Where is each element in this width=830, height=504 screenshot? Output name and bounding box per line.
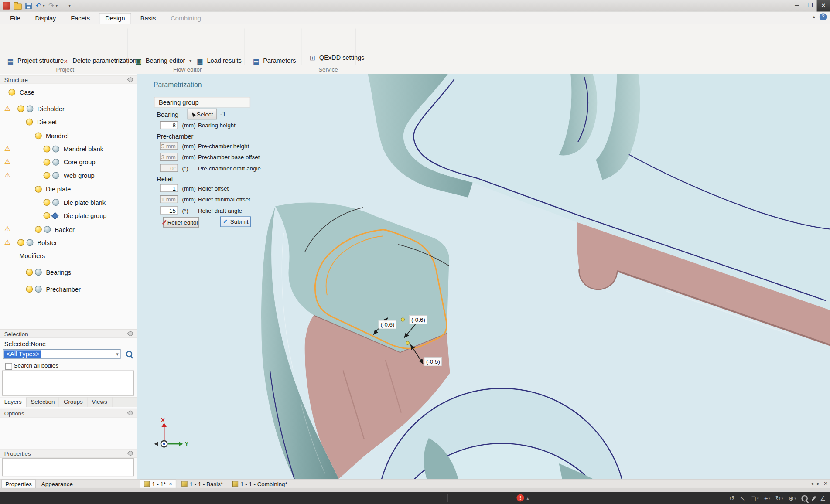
sketch-icon[interactable] [813,496,815,501]
help-icon[interactable]: ? [820,13,827,20]
pin-icon[interactable] [127,409,133,416]
pin-icon[interactable] [127,330,133,337]
undo-icon[interactable]: ↶ [35,0,41,12]
tree-item-bolster[interactable]: ⚠Bolster [0,238,137,248]
previous-view-icon[interactable]: ↺ [729,494,734,502]
tree-item-bearings[interactable]: Bearings [0,267,137,278]
panel-tab-groups[interactable]: Groups [59,397,87,407]
close-button[interactable]: ✕ [817,0,830,12]
menu-tab-basis[interactable]: Basis [134,13,161,24]
tree-item-mandrel-blank[interactable]: ⚠Mandrel blank [0,144,137,154]
magnifier-icon [802,495,808,501]
tree-item-die-plate-group[interactable]: Die plate group [0,211,137,221]
error-indicator-icon[interactable]: ! [516,494,524,502]
bearing-group-header: Bearing group [154,97,250,107]
ribbon-group-label-project: Project [56,66,74,73]
tree-item-prechamber[interactable]: Prechamber [0,284,137,295]
save-icon[interactable] [25,3,32,9]
measure-icon[interactable]: ∠ [820,494,826,502]
dimension-label: (-0.6) [379,320,397,329]
bearing-height-input[interactable]: 8 [160,121,178,129]
tree-item-case[interactable]: Case [0,87,137,98]
chevron-down-icon[interactable]: ▾ [781,496,783,501]
rotate-view-icon: ↻ [775,494,781,502]
submit-button[interactable]: ✓ Submit [220,216,251,227]
collapse-ribbon-icon[interactable]: ▴ [813,14,815,20]
error-expand-icon[interactable]: ▴ [527,496,529,501]
panel-tab-layers[interactable]: Layers [0,397,27,407]
project-structure-button[interactable]: ▦Project structure [4,55,66,67]
relief-editor-button[interactable]: Relief editor [163,217,199,228]
relief-draft-angle-input[interactable]: 15 [160,206,178,214]
document-tab-1-1-combining[interactable]: 1 - 1 - Combining* [228,480,291,489]
submit-label: Submit [230,218,249,225]
tree-item-core-group[interactable]: ⚠Core group [0,157,137,167]
qexdd-settings-button[interactable]: ⊞QExDD settings [306,52,366,64]
menu-tab-display[interactable]: Display [29,13,61,24]
document-tab-1-1[interactable]: 1 - 1*× [140,480,176,489]
chevron-down-icon[interactable]: ▾ [769,496,770,501]
search-all-bodies-checkbox[interactable] [5,363,12,370]
maximize-button[interactable]: ❐ [803,0,816,12]
divider [245,29,245,65]
menu-tab-file[interactable]: File [4,13,26,24]
pin-icon[interactable] [127,450,133,456]
tree-item-mandrel[interactable]: Mandrel [0,131,137,141]
relief-offset-input[interactable]: 1 [160,184,178,192]
dimension-label: (-0.5) [424,357,442,366]
menu-tab-facets[interactable]: Facets [65,13,96,24]
document-tab-1-1-basis[interactable]: 1 - 1 - Basis* [178,480,227,489]
tree-item-die-plate-blank[interactable]: Die plate blank [0,198,137,208]
magnifier-icon[interactable] [802,495,808,501]
left-tab-properties[interactable]: Properties [1,480,36,489]
menu-tab-design[interactable]: Design [99,13,131,24]
parameters-button[interactable]: ▤Parameters [250,55,298,67]
bulb-icon [44,159,51,166]
next-tab-icon[interactable]: ▸ [817,480,820,486]
app-logo-icon[interactable] [3,2,10,10]
box-select-icon[interactable]: ▢▾ [751,494,759,502]
bulb-icon [34,226,41,233]
selection-header: Selection [0,329,137,338]
tree-item-die-plate[interactable]: Die plate [0,184,137,194]
chevron-down-icon[interactable]: ▾ [189,58,191,63]
tree-item-die-set[interactable]: Die set [0,117,137,127]
selection-results-list[interactable] [2,371,134,396]
open-file-icon[interactable] [14,3,22,9]
minimize-button[interactable]: ─ [790,0,803,12]
chevron-down-icon[interactable]: ▾ [757,496,758,501]
undo-dropdown-icon[interactable]: ▾ [43,3,44,8]
rotate-view-icon[interactable]: ↻▾ [775,494,783,502]
tree-item-backer[interactable]: ⚠Backer [0,225,137,235]
tree-item-web-group[interactable]: ⚠Web group [0,170,137,181]
tree-item-dieholder[interactable]: ⚠Dieholder [0,104,137,114]
zoom-icon[interactable]: ⊕▾ [789,494,796,502]
options-header: Options [0,409,137,418]
panel-tab-selection[interactable]: Selection [27,397,60,407]
viewport-3d[interactable]: Parametrization Bearing group Bearing Se… [137,74,830,479]
redo-dropdown-icon[interactable]: ▾ [56,3,58,8]
chevron-down-icon[interactable]: ▾ [794,496,796,501]
left-tab-appearance[interactable]: Appearance [37,480,77,489]
panel-tab-views[interactable]: Views [88,397,112,407]
prev-tab-icon[interactable]: ◂ [811,480,813,486]
pan-icon[interactable]: +▾ [764,494,770,502]
warning-icon: ⚠ [4,225,10,233]
type-filter-select[interactable]: <All Types> ▾ [3,349,120,359]
properties-box[interactable] [2,458,134,476]
pin-icon[interactable] [127,76,133,83]
load-results-button[interactable]: ▣Load results [194,55,244,67]
tree-item-modifiers[interactable]: Modifiers [0,251,137,261]
bulb-icon [26,286,33,293]
axis-triad: X Y [153,417,200,455]
axis-origin-icon [161,440,168,448]
select-button[interactable]: Select [188,109,217,119]
bearing-editor-button[interactable]: ▣Bearing editor▾ [132,55,193,67]
tree-item-label: Mandrel [46,132,69,140]
customize-toolbar-icon[interactable]: ▾ [69,3,71,8]
search-button[interactable] [124,349,134,359]
chevron-down-icon[interactable]: ▾ [116,351,118,357]
close-document-icon[interactable]: ✕ [823,480,828,486]
close-tab-icon[interactable]: × [169,481,172,487]
pointer-icon[interactable]: ↖ [740,494,745,502]
